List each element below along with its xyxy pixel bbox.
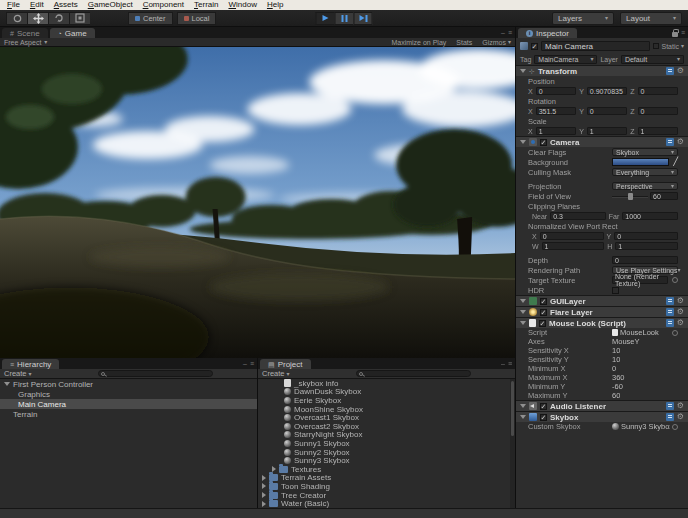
object-picker-icon[interactable] — [672, 277, 678, 283]
help-icon[interactable] — [666, 308, 674, 316]
maximize-on-play-toggle[interactable]: Maximize on Play — [391, 39, 446, 46]
project-item[interactable]: StarryNight Skybox — [258, 431, 515, 440]
axes-dropdown[interactable]: MouseY — [612, 337, 640, 346]
foldout-open-icon[interactable] — [520, 140, 526, 144]
menu-edit[interactable]: Edit — [25, 0, 49, 10]
culling-mask-dropdown[interactable]: Everything▾ — [612, 168, 678, 176]
flare-enabled-checkbox[interactable]: ✓ — [540, 309, 547, 316]
tab-scene[interactable]: # Scene — [2, 28, 48, 38]
gizmos-dropdown[interactable]: Gizmos ▾ — [482, 39, 511, 46]
depth-field[interactable]: 0 — [612, 256, 678, 264]
layout-dropdown[interactable]: Layout ▾ — [620, 12, 682, 25]
guilayer-component-header[interactable]: ✓ GUILayer ⚙ — [516, 295, 688, 306]
project-search-input[interactable] — [356, 370, 472, 377]
foldout-closed-icon[interactable] — [262, 501, 266, 507]
project-item[interactable]: Textures — [258, 465, 515, 474]
help-icon[interactable] — [666, 402, 674, 410]
menu-assets[interactable]: Assets — [49, 0, 83, 10]
foldout-open-icon[interactable] — [520, 321, 526, 325]
viewport-x-field[interactable]: 0 — [540, 232, 604, 240]
game-viewport[interactable] — [0, 47, 515, 358]
rotation-x-field[interactable]: 351.5 — [536, 107, 576, 115]
camera-component-header[interactable]: ✓ Camera ⚙ — [516, 136, 688, 147]
far-field[interactable]: 1000 — [622, 212, 678, 220]
gear-icon[interactable]: ⚙ — [677, 413, 684, 421]
stats-toggle[interactable]: Stats — [456, 39, 472, 46]
mouse-look-enabled-checkbox[interactable]: ✓ — [539, 320, 546, 327]
rotate-tool-button[interactable] — [48, 12, 69, 25]
foldout-closed-icon[interactable] — [262, 483, 266, 489]
mouse-look-component-header[interactable]: ✓ Mouse Look (Script) ⚙ — [516, 317, 688, 328]
foldout-open-icon[interactable] — [520, 310, 526, 314]
minimize-icon[interactable]: – — [501, 360, 505, 367]
menu-help[interactable]: Help — [262, 0, 288, 10]
help-icon[interactable] — [666, 413, 674, 421]
hierarchy-item[interactable]: Terrain — [0, 409, 257, 419]
static-toggle[interactable]: Static ▾ — [653, 43, 684, 50]
camera-enabled-checkbox[interactable]: ✓ — [540, 139, 547, 146]
target-texture-object-field[interactable]: None (Render Texture) — [612, 276, 668, 284]
viewport-y-field[interactable]: 0 — [614, 232, 678, 240]
pause-button[interactable] — [335, 12, 354, 25]
minimize-icon[interactable]: – — [501, 29, 505, 36]
project-create-button[interactable]: Create ▾ — [262, 369, 290, 378]
aspect-dropdown[interactable]: Free Aspect ▾ — [4, 39, 47, 46]
background-color-swatch[interactable] — [612, 158, 669, 166]
panel-menu-icon[interactable]: ≡ — [250, 360, 254, 367]
projection-dropdown[interactable]: Perspective▾ — [612, 182, 678, 190]
scale-x-field[interactable]: 1 — [536, 127, 576, 135]
gameobject-name-field[interactable]: Main Camera — [541, 41, 650, 51]
hierarchy-item[interactable]: First Person Controller — [0, 379, 257, 389]
project-item[interactable]: Toon Shading — [258, 482, 515, 491]
project-item[interactable]: Sunny2 Skybox — [258, 448, 515, 457]
layer-dropdown[interactable]: Default▾ — [621, 55, 684, 64]
foldout-open-icon[interactable] — [520, 69, 526, 73]
minimum-x-field[interactable]: 0 — [612, 364, 616, 373]
viewport-h-field[interactable]: 1 — [615, 242, 678, 250]
foldout-open-icon[interactable] — [4, 382, 10, 386]
menu-file[interactable]: File — [2, 0, 25, 10]
foldout-open-icon[interactable] — [520, 299, 526, 303]
foldout-open-icon[interactable] — [520, 415, 526, 419]
project-item[interactable]: Water (Basic) — [258, 499, 515, 508]
foldout-closed-icon[interactable] — [262, 475, 266, 481]
gear-icon[interactable]: ⚙ — [677, 138, 684, 146]
rotation-y-field[interactable]: 0 — [587, 107, 627, 115]
help-icon[interactable] — [666, 297, 674, 305]
tag-dropdown[interactable]: MainCamera▾ — [534, 55, 597, 64]
skybox-enabled-checkbox[interactable]: ✓ — [540, 414, 547, 421]
panel-menu-icon[interactable]: ≡ — [681, 29, 685, 37]
position-z-field[interactable]: 0 — [638, 87, 678, 95]
project-item[interactable]: Sunny3 Skybox — [258, 456, 515, 465]
project-item[interactable]: _skybox info — [258, 379, 515, 388]
maximum-y-field[interactable]: 60 — [612, 391, 620, 400]
panel-menu-icon[interactable]: ≡ — [508, 29, 512, 36]
minimize-icon[interactable]: – — [243, 360, 247, 367]
hierarchy-create-button[interactable]: Create ▾ — [4, 369, 32, 378]
tab-hierarchy[interactable]: ≡ Hierarchy — [2, 359, 59, 369]
step-button[interactable] — [354, 12, 373, 25]
script-object-field[interactable]: MouseLook — [620, 328, 659, 337]
help-icon[interactable] — [666, 138, 674, 146]
guilayer-enabled-checkbox[interactable]: ✓ — [540, 298, 547, 305]
project-item[interactable]: Sunny1 Skybox — [258, 439, 515, 448]
audio-listener-enabled-checkbox[interactable]: ✓ — [540, 403, 547, 410]
skybox-component-header[interactable]: ✓ Skybox ⚙ — [516, 411, 688, 422]
help-icon[interactable] — [666, 67, 674, 75]
position-x-field[interactable]: 0 — [536, 87, 576, 95]
tab-game[interactable]: ◔ Game — [50, 28, 95, 38]
fov-value-field[interactable]: 60 — [650, 192, 678, 200]
play-button[interactable] — [316, 12, 335, 25]
project-item[interactable]: MoonShine Skybox — [258, 405, 515, 414]
project-item[interactable]: Terrain Assets — [258, 474, 515, 483]
panel-menu-icon[interactable]: ≡ — [508, 360, 512, 367]
minimum-y-field[interactable]: -60 — [612, 382, 623, 391]
project-scrollbar[interactable] — [510, 379, 515, 508]
lock-icon[interactable] — [672, 32, 678, 37]
hierarchy-item[interactable]: Graphics — [0, 389, 257, 399]
audio-listener-component-header[interactable]: ✓ Audio Listener ⚙ — [516, 400, 688, 411]
transform-component-header[interactable]: ⊹ Transform ⚙ — [516, 65, 688, 76]
rotation-z-field[interactable]: 0 — [638, 107, 678, 115]
near-field[interactable]: 0.3 — [550, 212, 606, 220]
foldout-closed-icon[interactable] — [272, 466, 276, 472]
